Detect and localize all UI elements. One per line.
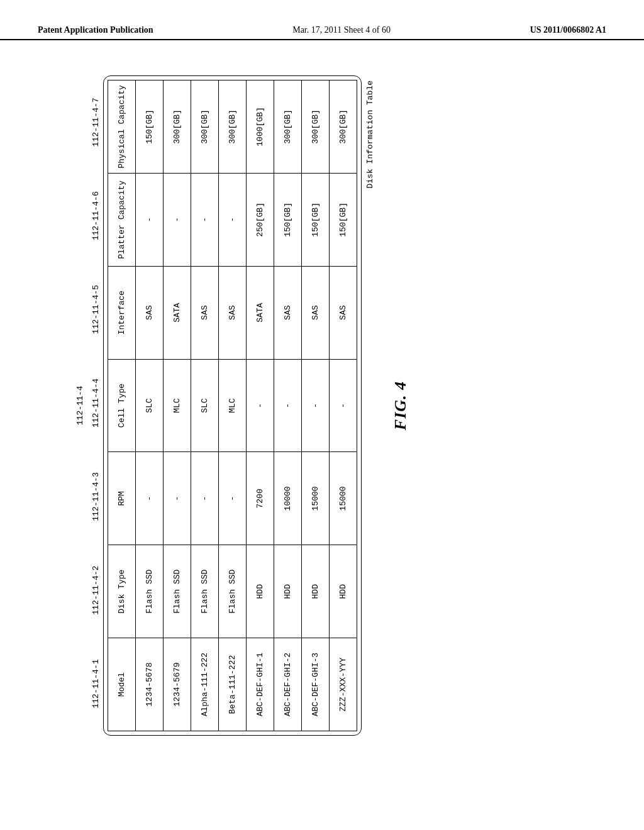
- table-row: 1234-5678 Flash SSD - SLC SAS - 150[GB]: [136, 80, 164, 731]
- col-disk-type: Disk Type: [108, 545, 136, 638]
- figure-area: 112-11-4 112-11-4-1 112-11-4-2 112-11-4-…: [75, 75, 579, 767]
- table-row: ZZZ-XXX-YYY HDD 15000 - SAS 150[GB] 300[…: [330, 80, 357, 731]
- header-mid: Mar. 17, 2011 Sheet 4 of 60: [292, 25, 391, 35]
- header-left: Patent Application Publication: [38, 25, 153, 35]
- figure-label: FIG. 4: [391, 75, 410, 736]
- disk-information-table: Model Disk Type RPM Cell Type Interface …: [108, 80, 357, 731]
- ref-col-7: 112-11-4-7: [89, 75, 103, 169]
- col-model: Model: [108, 638, 136, 731]
- table-row: ABC-DEF-GHI-3 HDD 15000 - SAS 150[GB] 30…: [302, 80, 330, 731]
- table-row: 1234-5679 Flash SSD - MLC SATA - 300[GB]: [164, 80, 191, 731]
- ref-top: 112-11-4: [75, 75, 85, 736]
- table-caption: Disk Information Table: [362, 75, 375, 736]
- ref-col-6: 112-11-4-6: [89, 169, 103, 263]
- table-row: Alpha-111-222 Flash SSD - SLC SAS - 300[…: [191, 80, 219, 731]
- col-interface: Interface: [108, 266, 136, 359]
- col-cell-type: Cell Type: [108, 359, 136, 452]
- table-row: ABC-DEF-GHI-2 HDD 10000 - SAS 150[GB] 30…: [274, 80, 302, 731]
- table-frame: Model Disk Type RPM Cell Type Interface …: [103, 75, 362, 736]
- col-platter: Platter Capacity: [108, 173, 136, 266]
- table-row: ABC-DEF-GHI-1 HDD 7200 - SATA 250[GB] 10…: [247, 80, 274, 731]
- table-body: 1234-5678 Flash SSD - SLC SAS - 150[GB] …: [136, 80, 357, 731]
- table-row: Beta-111-222 Flash SSD - MLC SAS - 300[G…: [219, 80, 247, 731]
- ref-col-4: 112-11-4-4: [89, 357, 103, 450]
- ref-col-5: 112-11-4-5: [89, 263, 103, 357]
- page-header: Patent Application Publication Mar. 17, …: [0, 0, 644, 40]
- ref-col-3: 112-11-4-3: [89, 450, 103, 543]
- col-physical: Physical Capacity: [108, 80, 136, 174]
- ref-col-2: 112-11-4-2: [89, 543, 103, 637]
- column-ref-row: 112-11-4-1 112-11-4-2 112-11-4-3 112-11-…: [89, 75, 103, 736]
- ref-col-1: 112-11-4-1: [89, 637, 103, 731]
- header-right: US 2011/0066802 A1: [530, 25, 606, 35]
- table-header-row: Model Disk Type RPM Cell Type Interface …: [108, 80, 136, 731]
- col-rpm: RPM: [108, 452, 136, 545]
